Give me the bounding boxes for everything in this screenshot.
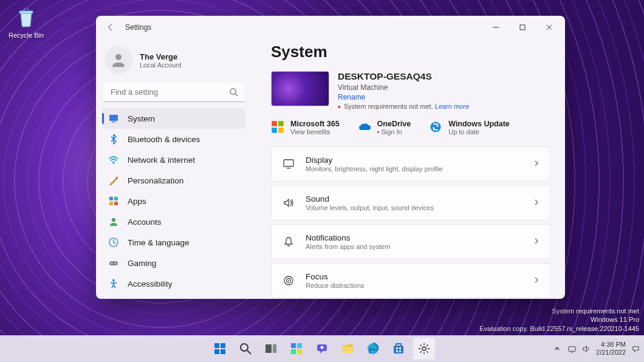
nav-apps[interactable]: Apps xyxy=(102,191,245,211)
bluetooth-icon xyxy=(108,134,119,145)
desktop: Recycle Bin System requirements not met … xyxy=(0,0,644,362)
svg-point-51 xyxy=(422,347,426,350)
svg-point-14 xyxy=(112,218,115,222)
account-block[interactable]: The Verge Local Account xyxy=(102,43,245,83)
svg-point-19 xyxy=(112,279,115,282)
window-title: Settings xyxy=(125,23,151,32)
nav: System Bluetooth & devices Network & int… xyxy=(102,108,245,299)
svg-point-18 xyxy=(115,263,116,264)
tray-notifications-icon[interactable] xyxy=(631,344,640,353)
svg-rect-49 xyxy=(396,350,398,352)
svg-rect-31 xyxy=(221,343,225,348)
widgets-button[interactable] xyxy=(286,338,307,360)
service-microsoft365[interactable]: Microsoft 365View benefits xyxy=(271,120,340,135)
nav-accessibility[interactable]: Accessibility xyxy=(102,273,245,294)
search-button[interactable] xyxy=(235,338,256,360)
sidebar: The Verge Local Account System xyxy=(96,39,252,299)
search-input[interactable] xyxy=(103,83,244,102)
svg-rect-52 xyxy=(568,346,575,351)
tray-chevron-icon[interactable] xyxy=(552,344,562,353)
nav-gaming[interactable]: Gaming xyxy=(102,253,245,273)
service-onedrive[interactable]: OneDrive•Sign In xyxy=(358,120,411,135)
svg-rect-39 xyxy=(297,343,302,348)
svg-line-5 xyxy=(235,94,238,96)
minimize-button[interactable] xyxy=(482,18,509,36)
recycle-bin[interactable]: Recycle Bin xyxy=(7,5,45,39)
svg-rect-30 xyxy=(214,343,219,348)
accounts-icon xyxy=(108,216,119,227)
svg-line-35 xyxy=(247,350,251,354)
service-windows-update[interactable]: Windows UpdateUp to date xyxy=(429,120,510,135)
nav-time-language[interactable]: Time & language xyxy=(102,232,245,253)
edge-button[interactable] xyxy=(362,338,384,360)
svg-rect-20 xyxy=(272,121,277,126)
settings-button[interactable] xyxy=(413,338,435,360)
nav-network[interactable]: Network & internet xyxy=(102,149,245,170)
svg-rect-6 xyxy=(109,115,118,121)
svg-rect-7 xyxy=(112,121,115,123)
start-button[interactable] xyxy=(209,338,231,360)
nav-personalization[interactable]: Personalization xyxy=(102,170,245,191)
system-tray: 4:38 PM 2/21/2022 xyxy=(552,341,640,356)
search-icon xyxy=(229,87,238,99)
nav-system[interactable]: System xyxy=(102,108,245,129)
svg-rect-22 xyxy=(272,128,277,133)
display-icon xyxy=(281,158,296,170)
svg-rect-44 xyxy=(342,347,353,353)
chevron-right-icon xyxy=(533,275,540,286)
svg-point-29 xyxy=(288,280,289,281)
svg-rect-33 xyxy=(221,349,225,354)
store-button[interactable] xyxy=(388,338,409,360)
network-icon xyxy=(108,154,119,165)
focus-icon xyxy=(281,275,296,287)
device-thumbnail xyxy=(271,71,329,106)
task-view-button[interactable] xyxy=(260,338,282,360)
tray-network-icon[interactable] xyxy=(567,344,577,353)
svg-rect-23 xyxy=(278,128,284,133)
svg-rect-21 xyxy=(278,121,284,126)
chat-button[interactable] xyxy=(311,338,333,360)
avatar-icon xyxy=(104,46,132,74)
svg-rect-46 xyxy=(394,346,403,353)
settings-window: Settings The Verge Local Account xyxy=(96,16,565,299)
back-button[interactable] xyxy=(104,21,117,33)
microsoft365-icon xyxy=(271,120,284,134)
learn-more-link[interactable]: Learn more xyxy=(435,103,469,110)
taskbar: 4:38 PM 2/21/2022 xyxy=(0,335,644,362)
nav-accounts[interactable]: Accounts xyxy=(102,211,245,232)
tray-volume-icon[interactable] xyxy=(581,344,591,353)
svg-rect-47 xyxy=(396,347,398,349)
requirements-notice: • System requirements not met. Learn mor… xyxy=(338,103,469,110)
chevron-right-icon xyxy=(533,236,540,247)
close-button[interactable] xyxy=(536,18,563,36)
recycle-bin-label: Recycle Bin xyxy=(9,32,44,39)
svg-rect-37 xyxy=(273,344,276,353)
account-name: The Verge xyxy=(140,52,182,61)
rename-link[interactable]: Rename xyxy=(338,93,469,101)
page-title: System xyxy=(271,43,550,61)
card-focus[interactable]: FocusReduce distractions xyxy=(271,263,550,298)
svg-point-34 xyxy=(241,344,248,351)
svg-rect-41 xyxy=(297,349,302,354)
taskbar-clock[interactable]: 4:38 PM 2/21/2022 xyxy=(596,341,626,356)
main-content: System DESKTOP-GESAQ4S Virtual Machine R… xyxy=(252,39,565,299)
svg-rect-0 xyxy=(19,11,33,13)
services-row: Microsoft 365View benefits OneDrive•Sign… xyxy=(271,120,550,135)
device-type: Virtual Machine xyxy=(338,83,469,92)
card-display[interactable]: DisplayMonitors, brightness, night light… xyxy=(271,146,550,182)
maximize-button[interactable] xyxy=(509,18,536,36)
card-notifications[interactable]: NotificationsAlerts from apps and system xyxy=(271,224,550,259)
apps-icon xyxy=(108,196,119,207)
device-block: DESKTOP-GESAQ4S Virtual Machine Rename •… xyxy=(271,71,550,110)
svg-point-43 xyxy=(321,346,324,349)
explorer-button[interactable] xyxy=(337,338,358,360)
svg-rect-16 xyxy=(109,261,118,265)
svg-point-17 xyxy=(111,263,112,264)
notifications-icon xyxy=(281,236,296,248)
svg-rect-38 xyxy=(291,343,296,348)
system-icon xyxy=(108,113,119,124)
chevron-right-icon xyxy=(533,159,540,169)
time-language-icon xyxy=(108,237,119,248)
nav-bluetooth[interactable]: Bluetooth & devices xyxy=(102,129,245,149)
card-sound[interactable]: SoundVolume levels, output, input, sound… xyxy=(271,185,550,220)
